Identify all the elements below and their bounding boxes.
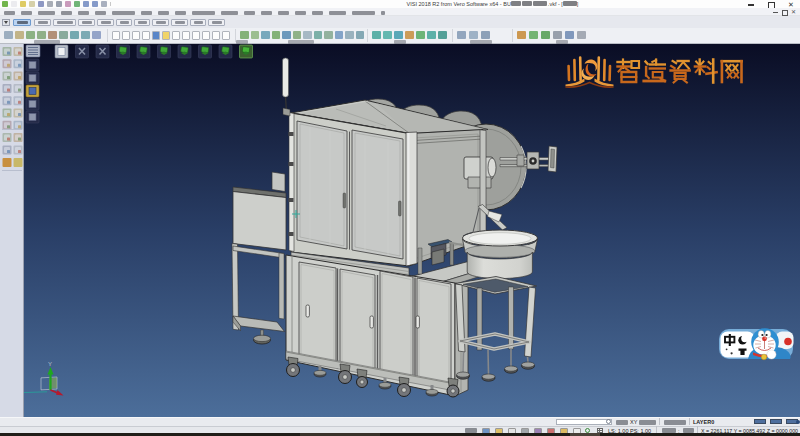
svg-text:Y: Y: [48, 361, 52, 367]
